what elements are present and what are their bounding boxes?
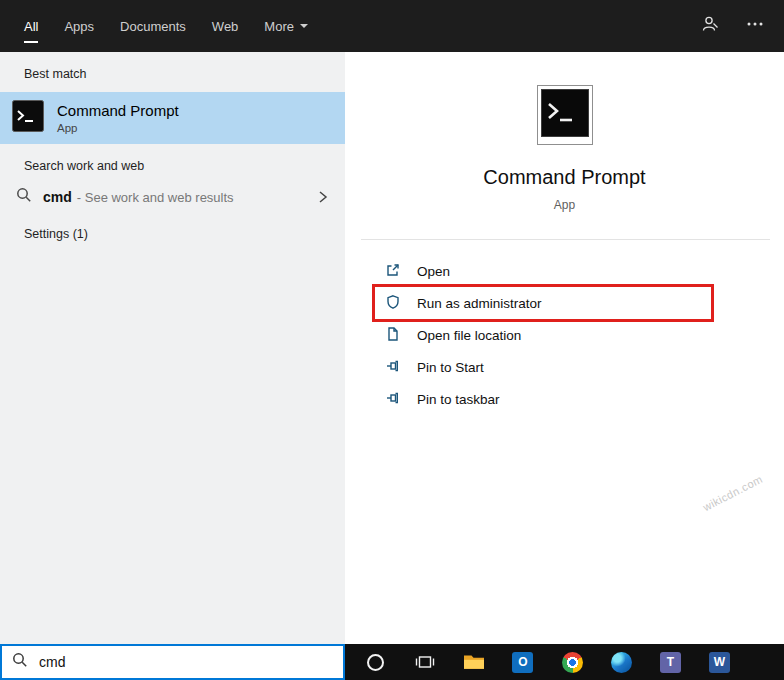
windows-search-flyout: All Apps Documents Web More — [0, 0, 784, 680]
settings-header: Settings (1) — [24, 227, 345, 241]
chrome-icon[interactable] — [559, 649, 585, 675]
action-open-file-location-label: Open file location — [417, 328, 521, 343]
ellipsis-menu-icon[interactable] — [746, 15, 764, 37]
search-filter-bar: All Apps Documents Web More — [0, 0, 784, 52]
topbar-actions — [700, 0, 764, 52]
word-icon[interactable]: W — [706, 649, 732, 675]
tab-apps-label: Apps — [64, 19, 94, 34]
action-run-as-administrator[interactable]: Run as administrator — [375, 287, 711, 319]
action-pin-to-taskbar[interactable]: Pin to taskbar — [375, 383, 711, 415]
web-search-item[interactable]: cmd - See work and web results — [0, 182, 345, 212]
action-pin-to-taskbar-label: Pin to taskbar — [417, 392, 500, 407]
search-icon — [16, 187, 32, 207]
file-explorer-icon[interactable] — [461, 649, 487, 675]
edge-logo — [611, 652, 632, 673]
command-prompt-icon — [12, 100, 44, 136]
teams-icon[interactable]: T — [657, 649, 683, 675]
file-location-icon — [385, 326, 401, 345]
detail-app-subtitle: App — [345, 198, 784, 212]
tab-documents-label: Documents — [120, 19, 186, 34]
taskbar: O T W — [345, 644, 784, 680]
outlook-logo: O — [512, 652, 533, 673]
search-input[interactable] — [39, 654, 309, 670]
edge-icon[interactable] — [608, 649, 634, 675]
tab-web-label: Web — [212, 19, 239, 34]
best-match-title: Command Prompt — [57, 102, 179, 119]
web-search-suffix: - See work and web results — [77, 190, 234, 205]
task-view-icon[interactable] — [412, 649, 438, 675]
search-icon — [12, 652, 28, 672]
chrome-logo — [562, 652, 583, 673]
action-open[interactable]: Open — [375, 255, 711, 287]
web-search-query: cmd — [43, 189, 72, 205]
search-web-header: Search work and web — [24, 159, 345, 173]
tab-more-label: More — [264, 19, 294, 34]
action-run-as-administrator-label: Run as administrator — [417, 296, 542, 311]
action-pin-to-start-label: Pin to Start — [417, 360, 484, 375]
detail-app-title: Command Prompt — [345, 166, 784, 189]
search-results-panel: Best match Command Prompt App Search wor… — [0, 52, 345, 644]
action-open-file-location[interactable]: Open file location — [375, 319, 711, 351]
cortana-ring-icon — [367, 654, 384, 671]
chevron-right-icon[interactable] — [315, 189, 331, 209]
best-match-subtitle: App — [57, 122, 179, 134]
best-match-text: Command Prompt App — [57, 102, 179, 134]
command-prompt-large-icon — [537, 85, 593, 145]
pin-icon — [385, 390, 401, 409]
tab-all-label: All — [24, 19, 38, 34]
tab-documents[interactable]: Documents — [120, 0, 186, 52]
run-as-admin-shield-icon — [385, 294, 401, 313]
cortana-icon[interactable] — [363, 649, 389, 675]
filter-tabs: All Apps Documents Web More — [0, 0, 784, 52]
best-match-header: Best match — [24, 67, 345, 81]
tab-all[interactable]: All — [24, 0, 38, 52]
outlook-icon[interactable]: O — [510, 649, 536, 675]
detail-divider — [361, 239, 770, 240]
tab-web[interactable]: Web — [212, 0, 239, 52]
result-detail-panel: Command Prompt App Open — [345, 52, 784, 644]
teams-logo: T — [660, 652, 681, 673]
action-pin-to-start[interactable]: Pin to Start — [375, 351, 711, 383]
sign-in-options-icon[interactable] — [700, 14, 720, 38]
best-match-item[interactable]: Command Prompt App — [0, 92, 345, 144]
pin-icon — [385, 358, 401, 377]
word-logo: W — [709, 652, 730, 673]
chevron-down-icon — [300, 24, 308, 28]
open-icon — [385, 262, 401, 281]
tab-apps[interactable]: Apps — [64, 0, 94, 52]
tab-more[interactable]: More — [264, 0, 308, 52]
context-actions: Open Run as administrator Open file — [375, 255, 711, 415]
taskbar-search-box[interactable] — [0, 644, 345, 680]
action-open-label: Open — [417, 264, 450, 279]
